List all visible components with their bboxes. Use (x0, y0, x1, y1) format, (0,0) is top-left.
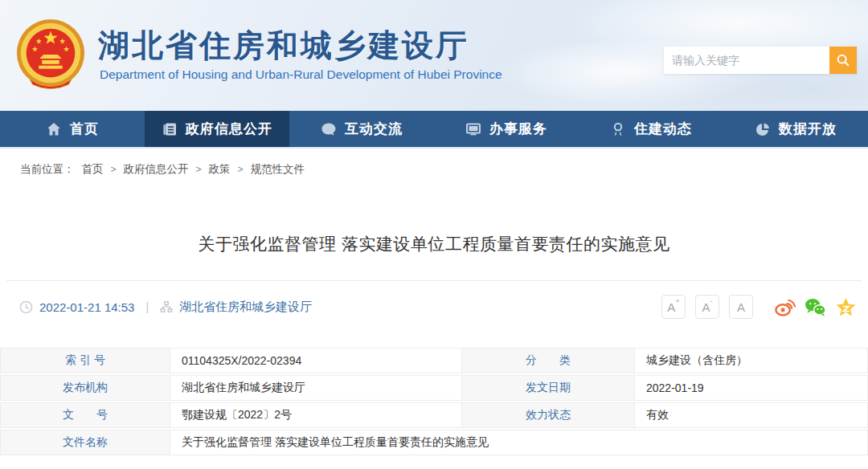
doc-info-value: 2022-01-19 (634, 376, 867, 400)
site-header: 湖北省住房和城乡建设厅 Department of Housing and Ur… (0, 0, 868, 111)
meta-separator: | (145, 300, 149, 313)
table-row: 文 号 鄂建设规〔2022〕2号 效力状态 有效 (0, 402, 868, 428)
doc-info-value: 湖北省住房和城乡建设厅 (170, 376, 461, 400)
site-subtitle: Department of Housing and Urban-Rural De… (100, 67, 502, 82)
search-icon (836, 53, 850, 67)
home-icon (46, 121, 62, 137)
qzone-icon[interactable] (835, 296, 857, 318)
wechat-icon[interactable] (805, 296, 826, 318)
breadcrumb-link-gov-info[interactable]: 政府信息公开 (124, 162, 189, 177)
doc-info-label: 索 引 号 (1, 349, 170, 373)
publish-datetime: 2022-01-21 14:53 (39, 300, 134, 314)
doc-info-label: 发布机构 (1, 376, 170, 400)
nav-label: 政府信息公开 (186, 120, 272, 138)
site-title: 湖北省住房和城乡建设厅 (98, 24, 469, 67)
table-row: 文件名称 关于强化监督管理 落实建设单位工程质量首要责任的实施意见 (0, 430, 868, 455)
table-row: 发布机构 湖北省住房和城乡建设厅 发文日期 2022-01-19 (0, 375, 868, 401)
clock-icon (19, 300, 33, 314)
breadcrumb-link-normative-docs[interactable]: 规范性文件 (251, 162, 305, 177)
share-icons (774, 296, 857, 318)
article-meta-right: A+ A- A (661, 295, 857, 319)
national-emblem-logo (13, 18, 88, 93)
doc-info-value: 鄂建设规〔2022〕2号 (170, 403, 461, 427)
article-meta-row: 2022-01-21 14:53 | 湖北省住房和城乡建设厅 A+ A- A (11, 295, 857, 319)
doc-info-table: 索 引 号 01104325X/2022-02394 分 类 城乡建设（含住房）… (0, 348, 868, 455)
breadcrumb-separator: > (238, 164, 244, 175)
chat-bubble-icon (321, 121, 337, 137)
article-title: 关于强化监督管理 落实建设单位工程质量首要责任的实施意见 (0, 233, 868, 255)
doc-info-label: 文 号 (1, 403, 170, 427)
weibo-icon[interactable] (774, 296, 796, 318)
nav-item-gov-info[interactable]: 政府信息公开 (145, 111, 289, 147)
sitemap-icon (160, 300, 173, 313)
breadcrumb-prefix: 当前位置： (20, 162, 75, 177)
font-reset-button[interactable]: A (729, 295, 753, 319)
person-badge-icon (610, 121, 626, 137)
nav-item-open-data[interactable]: 数据开放 (723, 111, 868, 147)
doc-info-value: 关于强化监督管理 落实建设单位工程质量首要责任的实施意见 (170, 430, 867, 455)
doc-info-value: 01104325X/2022-02394 (170, 349, 461, 373)
nav-item-home[interactable]: 首页 (0, 111, 145, 147)
nav-label: 住建动态 (634, 120, 692, 138)
doc-info-value: 有效 (634, 403, 867, 427)
main-nav: 首页 政府信息公开 互动交流 办事服务 住建动态 (0, 111, 868, 149)
breadcrumb-link-home[interactable]: 首页 (82, 162, 104, 177)
nav-label: 办事服务 (489, 120, 547, 138)
search-box (664, 47, 857, 74)
nav-label: 首页 (70, 120, 99, 138)
font-increase-button[interactable]: A+ (661, 295, 686, 319)
nav-item-services[interactable]: 办事服务 (434, 111, 579, 147)
document-icon (162, 121, 178, 137)
nav-label: 数据开放 (779, 120, 837, 138)
table-row: 索 引 号 01104325X/2022-02394 分 类 城乡建设（含住房） (0, 348, 868, 373)
breadcrumb-separator: > (196, 164, 202, 175)
search-button[interactable] (829, 47, 857, 74)
divider (6, 280, 862, 281)
doc-info-label: 发文日期 (461, 376, 634, 400)
font-decrease-button[interactable]: A- (695, 295, 719, 319)
breadcrumb-link-policy[interactable]: 政策 (209, 162, 231, 177)
article-source: 湖北省住房和城乡建设厅 (179, 300, 312, 315)
nav-item-news[interactable]: 住建动态 (579, 111, 723, 147)
pie-chart-icon (755, 121, 771, 137)
nav-item-interaction[interactable]: 互动交流 (289, 111, 434, 147)
article-meta-left: 2022-01-21 14:53 | 湖北省住房和城乡建设厅 (11, 300, 312, 315)
breadcrumb-separator: > (111, 164, 117, 175)
breadcrumb: 当前位置： 首页 > 政府信息公开 > 政策 > 规范性文件 (20, 162, 868, 177)
search-input[interactable] (664, 47, 829, 74)
doc-info-label: 效力状态 (461, 403, 634, 427)
monitor-icon (465, 121, 481, 137)
doc-info-label: 文件名称 (1, 430, 170, 455)
nav-label: 互动交流 (345, 120, 403, 138)
doc-info-value: 城乡建设（含住房） (634, 349, 867, 373)
doc-info-label: 分 类 (461, 349, 634, 373)
